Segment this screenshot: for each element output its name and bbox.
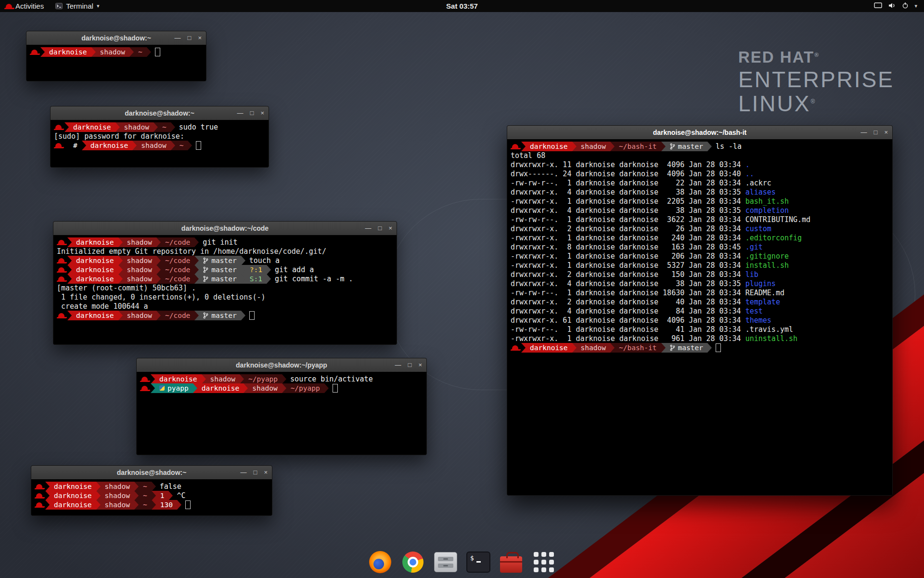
- close-button[interactable]: ×: [260, 106, 264, 120]
- registered-mark: ®: [814, 52, 820, 58]
- close-button[interactable]: ×: [884, 126, 888, 139]
- window-controls: —□×: [175, 31, 206, 45]
- clock[interactable]: Sat 03:57: [0, 2, 924, 10]
- grid-dot: [549, 552, 554, 557]
- output-text: total 68: [511, 151, 545, 160]
- maximize-button[interactable]: □: [378, 222, 382, 235]
- activities-button[interactable]: Activities: [0, 0, 50, 12]
- terminal-body[interactable]: darknoiseshadow~/codegit initInitialized…: [53, 235, 397, 344]
- powerline-separator: [67, 256, 72, 265]
- terminal-window[interactable]: darknoise@shadow:~—□×darknoiseshadow~: [26, 31, 206, 81]
- terminal-line: darknoiseshadow~: [30, 47, 203, 56]
- terminal-window[interactable]: darknoise@shadow:~/bash-it—□×darknoisesh…: [507, 125, 893, 496]
- prompt-segment-os: [54, 122, 64, 132]
- ls-entry-name: custom: [745, 224, 771, 233]
- minimize-button[interactable]: —: [365, 222, 372, 235]
- powerline-separator: [154, 122, 158, 132]
- close-button[interactable]: ×: [264, 466, 268, 479]
- window-titlebar[interactable]: darknoise@shadow:~/code—□×: [53, 222, 397, 236]
- powerline-separator: [194, 311, 199, 320]
- prompt-segment-host: shadow: [120, 122, 154, 132]
- terminal-body[interactable]: darknoiseshadow~sudo true[sudo] password…: [51, 120, 269, 167]
- ls-entry-meta: -rw-rw-r--. 1 darknoise darknoise 3622 J…: [511, 215, 745, 224]
- powerline-separator: [134, 491, 139, 500]
- minimize-button[interactable]: —: [241, 466, 247, 479]
- dock-app-grid-icon[interactable]: [531, 549, 557, 575]
- minimize-button[interactable]: —: [175, 31, 181, 45]
- maximize-button[interactable]: □: [188, 31, 192, 45]
- powerline-separator: [610, 142, 615, 151]
- maximize-button[interactable]: □: [250, 106, 254, 120]
- terminal-line: drwxrwxr-x. 4 darknoise darknoise 38 Jan…: [511, 279, 889, 288]
- maximize-button[interactable]: □: [254, 466, 257, 479]
- prompt-segment-os: [511, 343, 521, 353]
- terminal-body[interactable]: darknoiseshadow~/pyappsource bin/activat…: [137, 372, 426, 455]
- close-button[interactable]: ×: [418, 358, 422, 372]
- terminal-line: darknoiseshadow~/bash-itmasterls -la: [511, 142, 889, 151]
- grid-dot: [549, 560, 554, 565]
- terminal-window[interactable]: darknoise@shadow:~—□×darknoiseshadow~sud…: [50, 106, 269, 168]
- powerline-separator: [152, 500, 156, 510]
- terminal-body[interactable]: darknoiseshadow~/bash-itmasterls -latota…: [507, 139, 892, 495]
- powerline-separator: [267, 274, 271, 284]
- terminal-line: drwxrwxr-x. 61 darknoise darknoise 4096 …: [511, 315, 889, 325]
- terminal-line: -rw-rw-r--. 1 darknoise darknoise 22 Jan…: [511, 178, 889, 187]
- dock-toolbox-icon[interactable]: [498, 549, 524, 575]
- powerline-separator: [241, 256, 245, 265]
- powerline-separator: [521, 343, 526, 353]
- prompt-segment-host: shadow: [123, 237, 156, 247]
- minimize-button[interactable]: —: [395, 358, 401, 372]
- prompt-segment-user: darknoise: [155, 374, 202, 384]
- dock: $: [0, 549, 924, 575]
- firefox-logo: [369, 551, 391, 573]
- terminal-window[interactable]: darknoise@shadow:~/code—□×darknoiseshado…: [53, 221, 397, 345]
- system-menu[interactable]: ▾: [867, 0, 924, 12]
- prompt-segment-user: darknoise: [526, 343, 572, 353]
- app-menu-terminal[interactable]: Terminal ▾: [50, 0, 105, 12]
- powerline-separator: [118, 274, 123, 284]
- dock-firefox-icon[interactable]: [367, 549, 393, 575]
- prompt-segment-host: shadow: [206, 374, 240, 384]
- desktop[interactable]: { "top_bar": { "activities": "Activities…: [0, 0, 924, 578]
- close-button[interactable]: ×: [198, 31, 202, 45]
- terminal-line: #darknoiseshadow~: [54, 141, 265, 150]
- prompt-segment-path: ~/code: [161, 256, 194, 265]
- maximize-button[interactable]: □: [874, 126, 878, 139]
- window-titlebar[interactable]: darknoise@shadow:~—□×: [51, 106, 269, 120]
- window-titlebar[interactable]: darknoise@shadow:~—□×: [26, 31, 206, 45]
- redhat-icon: [36, 484, 42, 488]
- prompt-glyph: $: [470, 554, 474, 562]
- output-text: create mode 100644 a: [57, 302, 148, 311]
- prompt-segment-host: shadow: [123, 311, 156, 320]
- window-titlebar[interactable]: darknoise@shadow:~/bash-it—□×: [507, 126, 892, 140]
- powerline-separator: [572, 142, 577, 151]
- volume-icon: [888, 2, 896, 10]
- ls-entry-meta: drwxrwxr-x. 8 darknoise darknoise 163 Ja…: [511, 243, 745, 251]
- terminal-window[interactable]: darknoise@shadow:~—□×darknoiseshadow~fal…: [31, 465, 272, 516]
- terminal-window[interactable]: darknoise@shadow:~/pyapp—□×darknoiseshad…: [136, 358, 427, 455]
- powerline-separator: [64, 141, 69, 150]
- ls-entry-meta: -rw-rw-r--. 1 darknoise darknoise 22 Jan…: [511, 179, 745, 187]
- powerline-separator: [91, 47, 96, 57]
- terminal-body[interactable]: darknoiseshadow~falsedarknoiseshadow~1^C…: [31, 479, 272, 515]
- ls-entry-name: ..: [745, 170, 754, 178]
- prompt-segment-path: ~: [139, 491, 152, 500]
- minimize-button[interactable]: —: [861, 126, 867, 139]
- output-text: [master (root-commit) 50bcb63] .: [57, 284, 196, 292]
- prompt-segment-user: darknoise: [69, 122, 116, 132]
- powerline-separator: [151, 383, 155, 393]
- maximize-button[interactable]: □: [408, 358, 412, 372]
- window-titlebar[interactable]: darknoise@shadow:~/pyapp—□×: [137, 358, 426, 372]
- prompt-segment-user: darknoise: [72, 265, 118, 275]
- ls-entry-meta: drwxrwxr-x. 4 darknoise darknoise 38 Jan…: [511, 206, 745, 215]
- prompt-segment-host: shadow: [101, 500, 134, 510]
- prompt-segment-git: master: [666, 142, 707, 151]
- ls-entry-name: lib: [745, 270, 758, 279]
- minimize-button[interactable]: —: [237, 106, 244, 120]
- dock-chrome-icon[interactable]: [400, 549, 426, 575]
- terminal-body[interactable]: darknoiseshadow~: [26, 45, 206, 81]
- dock-file-manager-icon[interactable]: [433, 549, 459, 575]
- dock-terminal-icon[interactable]: $: [465, 549, 491, 575]
- close-button[interactable]: ×: [388, 222, 392, 235]
- window-titlebar[interactable]: darknoise@shadow:~—□×: [31, 466, 272, 480]
